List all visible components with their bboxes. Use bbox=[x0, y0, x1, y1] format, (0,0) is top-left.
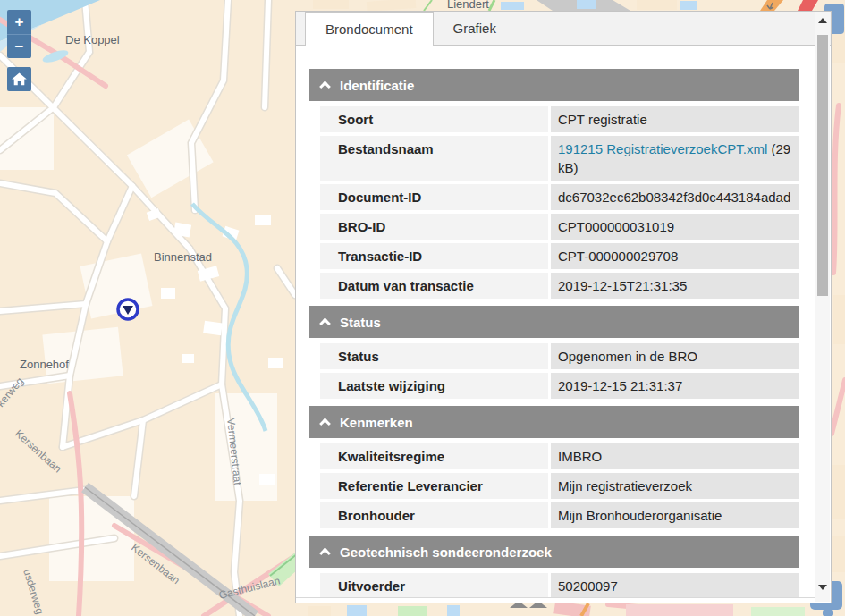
zoom-in-button[interactable]: + bbox=[7, 10, 31, 34]
row-value: 191215 RegistratieverzoekCPT.xml (29 kB) bbox=[551, 136, 799, 181]
row-value: 2019-12-15 21:31:37 bbox=[551, 373, 799, 399]
row-label: Kwaliteitsregime bbox=[320, 443, 548, 469]
label-binnenstad: Binnenstad bbox=[154, 250, 212, 264]
row-value: Mijn Bronhouderorganisatie bbox=[551, 502, 799, 528]
row-label: Bronhouder bbox=[320, 502, 548, 528]
section: KenmerkenKwaliteitsregimeIMBROReferentie… bbox=[309, 406, 815, 528]
zoom-out-button[interactable]: − bbox=[7, 34, 31, 58]
section-title: Kenmerken bbox=[340, 415, 413, 430]
scroll-up-button[interactable] bbox=[815, 13, 830, 28]
section-title: Geotechnisch sondeeronderzoek bbox=[340, 544, 552, 560]
row-label: Referentie Leverancier bbox=[320, 473, 548, 499]
row-value: CPT registratie bbox=[551, 106, 799, 132]
table-row: SoortCPT registratie bbox=[320, 106, 799, 132]
table-row: Bestandsnaam191215 RegistratieverzoekCPT… bbox=[320, 136, 799, 181]
section-title: Identificatie bbox=[340, 78, 414, 93]
file-link[interactable]: 191215 RegistratieverzoekCPT.xml bbox=[558, 141, 767, 156]
row-label: BRO-ID bbox=[320, 214, 548, 240]
rows: StatusOpgenomen in de BROLaatste wijzigi… bbox=[320, 343, 799, 399]
row-label: Status bbox=[320, 343, 548, 369]
scroll-down-icon bbox=[818, 585, 827, 590]
table-row: BronhouderMijn Bronhouderorganisatie bbox=[320, 502, 799, 528]
rows: SoortCPT registratieBestandsnaam191215 R… bbox=[320, 106, 799, 299]
row-value: Opgenomen in de BRO bbox=[551, 343, 799, 369]
tab-grafiek[interactable]: Grafiek bbox=[434, 12, 516, 45]
detail-panel: Brondocument Grafiek IdentificatieSoortC… bbox=[295, 11, 832, 603]
table-row: Document-IDdc67032ec62b08342f3d0c443184a… bbox=[320, 184, 799, 210]
sections-container: IdentificatieSoortCPT registratieBestand… bbox=[309, 69, 815, 598]
row-label: Uitvoerder bbox=[320, 573, 548, 598]
zoom-control: + − bbox=[7, 10, 31, 58]
chevron-up-icon bbox=[319, 317, 331, 329]
section: Geotechnisch sondeeronderzoekUitvoerder5… bbox=[309, 536, 815, 598]
row-label: Document-ID bbox=[320, 184, 548, 210]
table-row: Transactie-IDCPT-000000029708 bbox=[320, 243, 799, 269]
section-header[interactable]: Geotechnisch sondeeronderzoek bbox=[309, 536, 799, 568]
scrollbar[interactable] bbox=[815, 12, 830, 602]
table-row: StatusOpgenomen in de BRO bbox=[320, 343, 799, 369]
row-value: dc67032ec62b08342f3d0c443184adad bbox=[551, 184, 799, 210]
rows: KwaliteitsregimeIMBROReferentie Leveranc… bbox=[320, 443, 799, 528]
row-label: Transactie-ID bbox=[320, 243, 548, 269]
section: StatusStatusOpgenomen in de BROLaatste w… bbox=[309, 306, 815, 399]
table-row: KwaliteitsregimeIMBRO bbox=[320, 443, 799, 469]
scroll-down-button[interactable] bbox=[815, 579, 830, 595]
section-title: Status bbox=[340, 315, 381, 330]
row-value: CPT-000000029708 bbox=[551, 243, 799, 269]
row-value: Mijn registratieverzoek bbox=[551, 473, 799, 499]
scroll-up-icon bbox=[818, 18, 827, 23]
home-button[interactable] bbox=[7, 67, 31, 91]
label-de-koppel: De Koppel bbox=[65, 33, 120, 46]
scrollbar-thumb[interactable] bbox=[817, 35, 828, 296]
tab-brondocument[interactable]: Brondocument bbox=[305, 12, 434, 46]
chevron-up-icon bbox=[319, 547, 331, 559]
chevron-up-icon bbox=[319, 418, 331, 429]
row-value: CPT000000031019 bbox=[551, 214, 799, 240]
tab-bar: Brondocument Grafiek bbox=[296, 12, 831, 46]
table-row: BRO-IDCPT000000031019 bbox=[320, 214, 799, 240]
table-row: Laatste wijziging2019-12-15 21:31:37 bbox=[320, 373, 799, 399]
section-header[interactable]: Kenmerken bbox=[309, 406, 799, 438]
section-header[interactable]: Identificatie bbox=[309, 69, 799, 101]
row-value: 2019-12-15T21:31:35 bbox=[551, 273, 799, 299]
row-label: Soort bbox=[320, 106, 548, 132]
home-icon bbox=[11, 71, 28, 88]
section-header[interactable]: Status bbox=[309, 306, 799, 338]
row-label: Laatste wijziging bbox=[320, 373, 548, 399]
table-row: Uitvoerder50200097 bbox=[320, 573, 799, 598]
label-liendert: Liendert bbox=[447, 0, 489, 11]
panel-content: IdentificatieSoortCPT registratieBestand… bbox=[296, 46, 815, 598]
table-row: Datum van transactie2019-12-15T21:31:35 bbox=[320, 273, 799, 299]
map-marker[interactable] bbox=[115, 297, 140, 322]
label-zonnehof: Zonnehof bbox=[20, 358, 69, 371]
rows: Uitvoerder50200097 bbox=[320, 573, 799, 598]
row-value: IMBRO bbox=[551, 443, 799, 469]
row-label: Bestandsnaam bbox=[320, 136, 548, 181]
row-label: Datum van transactie bbox=[320, 273, 548, 299]
table-row: Referentie LeverancierMijn registratieve… bbox=[320, 473, 799, 499]
row-value: 50200097 bbox=[551, 573, 799, 598]
app-window: De Koppel Liendert Binnenstad Zonnehof k… bbox=[0, 0, 845, 616]
section: IdentificatieSoortCPT registratieBestand… bbox=[309, 69, 815, 299]
chevron-up-icon bbox=[319, 80, 331, 92]
